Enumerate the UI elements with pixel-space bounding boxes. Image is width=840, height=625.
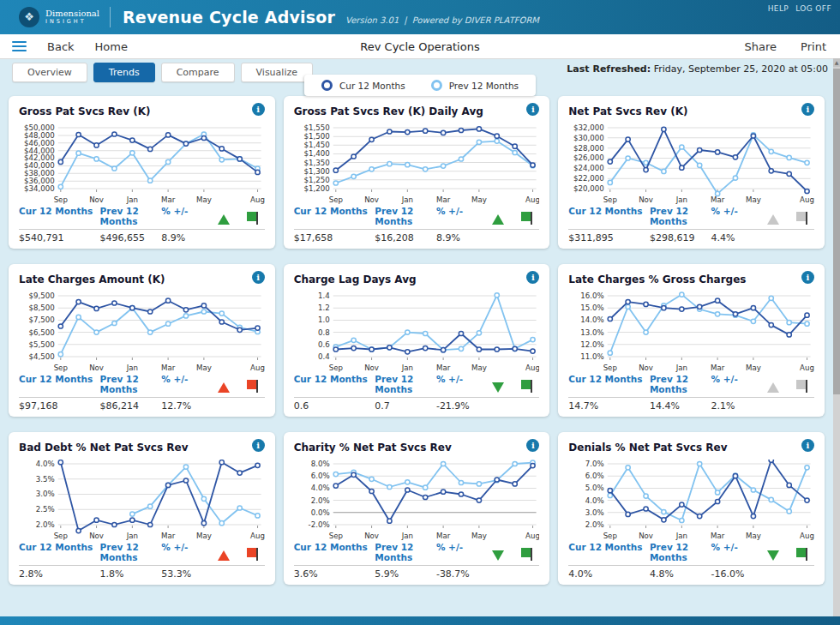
svg-text:May: May — [196, 195, 212, 204]
svg-text:14.0%: 14.0% — [581, 316, 604, 325]
legend-cur-12-months[interactable]: Cur 12 Months — [321, 80, 405, 91]
hamburger-menu-icon[interactable] — [12, 39, 27, 54]
flag-icon — [796, 380, 807, 393]
share-button[interactable]: Share — [745, 40, 777, 53]
svg-text:$24,000: $24,000 — [573, 164, 604, 172]
stats-divider — [294, 397, 540, 398]
trend-chart: $32,000$30,000$28,000$26,000$24,000$22,0… — [568, 123, 814, 206]
svg-text:6.0%: 6.0% — [585, 472, 604, 481]
svg-text:Aug: Aug — [250, 364, 265, 372]
info-icon[interactable]: i — [801, 439, 814, 452]
legend-prev-12-months[interactable]: Prev 12 Months — [431, 80, 519, 91]
info-icon[interactable]: i — [252, 103, 265, 116]
svg-text:2.0%: 2.0% — [585, 520, 604, 529]
svg-text:$32,000: $32,000 — [573, 123, 604, 132]
svg-text:$1,300: $1,300 — [303, 167, 329, 176]
tab-compare[interactable]: Compare — [161, 63, 235, 82]
help-link[interactable]: HELP — [768, 4, 789, 13]
cur-12-months-label: Cur 12 Months — [19, 542, 100, 552]
svg-text:Nov: Nov — [89, 532, 104, 540]
pct-change-value: 12.7% — [161, 400, 210, 412]
stats-divider — [19, 565, 265, 566]
svg-text:Nov: Nov — [89, 195, 104, 204]
svg-text:Jan: Jan — [126, 364, 138, 372]
panel-title: Denials % Net Pat Svcs Rev — [568, 439, 727, 454]
logoff-link[interactable]: LOG OFF — [795, 4, 831, 13]
svg-text:1.2: 1.2 — [318, 303, 330, 312]
trend-chart: 7.0%6.0%5.0%4.0%3.0%2.0%SepNovJanMarMayA… — [568, 460, 814, 542]
scroll-up-icon[interactable]: ▲ — [833, 58, 840, 67]
svg-text:$8,500: $8,500 — [28, 303, 54, 312]
svg-text:0.0%: 0.0% — [310, 508, 329, 517]
svg-text:Nov: Nov — [639, 195, 653, 204]
flag-icon — [247, 212, 258, 225]
pct-change-label: % +/- — [161, 542, 210, 552]
panel-title: Bad Debt % Net Pat Svcs Rev — [19, 439, 189, 454]
tab-overview[interactable]: Overview — [12, 63, 87, 82]
kpi-panel: Charity % Net Pat Svcs Revi8.0%6.0%4.0%2… — [284, 432, 550, 585]
info-icon[interactable]: i — [801, 103, 814, 116]
trend-up-icon — [218, 214, 230, 225]
stats-divider — [19, 229, 265, 230]
info-icon[interactable]: i — [526, 439, 539, 452]
panel-stats: Cur 12 MonthsPrev 12 Months% +/-2.8%1.8%… — [19, 542, 265, 580]
cur-12-months-value: 3.6% — [294, 568, 375, 580]
flag-icon — [796, 548, 807, 561]
info-icon[interactable]: i — [801, 271, 814, 284]
trend-indicators — [492, 547, 532, 561]
info-icon[interactable]: i — [526, 103, 539, 116]
svg-text:May: May — [746, 364, 761, 372]
pct-change-label: % +/- — [161, 206, 210, 216]
kpi-panel: Late Charges % Gross Chargesi16.0%15.0%1… — [558, 264, 825, 417]
svg-text:May: May — [746, 195, 761, 204]
home-button[interactable]: Home — [95, 40, 128, 53]
info-icon[interactable]: i — [526, 271, 539, 284]
dimensional-insight-logo[interactable]: ❖ Dimensional INSIGHT — [19, 7, 99, 27]
info-icon[interactable]: i — [252, 271, 265, 284]
trend-chart: $9,500$8,500$7,500$6,500$5,500$4,500SepN… — [19, 291, 265, 374]
svg-text:Aug: Aug — [250, 195, 265, 204]
panel-title: Charge Lag Days Avg — [294, 271, 417, 285]
prev-12-months-value: $16,208 — [375, 232, 436, 243]
cur-12-months-label: Cur 12 Months — [19, 374, 100, 384]
panel-title: Late Charges % Gross Charges — [568, 271, 746, 285]
info-icon[interactable]: i — [252, 439, 265, 452]
svg-text:May: May — [471, 532, 487, 540]
svg-text:Mar: Mar — [161, 532, 176, 540]
svg-text:Jan: Jan — [675, 195, 687, 204]
svg-text:5.0%: 5.0% — [585, 484, 604, 493]
trend-chart: $50,000$48,000$46,000$44,000$42,000$40,0… — [19, 123, 265, 206]
trend-indicators — [767, 547, 807, 561]
print-button[interactable]: Print — [801, 40, 826, 53]
svg-text:Nov: Nov — [364, 195, 379, 204]
vertical-scrollbar[interactable]: ▲ — [833, 58, 840, 616]
svg-text:Aug: Aug — [800, 364, 814, 372]
svg-text:May: May — [196, 364, 212, 372]
stats-divider — [294, 229, 540, 230]
svg-text:Jan: Jan — [126, 532, 138, 540]
trend-down-icon — [767, 550, 779, 561]
prev-12-months-label: Prev 12 Months — [100, 206, 162, 226]
prev-12-months-value: 1.8% — [100, 568, 162, 580]
svg-text:$1,500: $1,500 — [303, 132, 329, 141]
panel-title: Gross Pat Svcs Rev (K) Daily Avg — [294, 103, 483, 117]
svg-text:16.0%: 16.0% — [581, 291, 604, 300]
kpi-panel: Charge Lag Days Avgi1.41.21.00.80.60.4Se… — [284, 264, 550, 417]
svg-text:$1,350: $1,350 — [303, 159, 329, 167]
cur-12-months-label: Cur 12 Months — [568, 542, 650, 552]
cur-12-months-value: $540,791 — [19, 232, 100, 243]
back-button[interactable]: Back — [47, 40, 75, 53]
trend-up-icon — [218, 550, 230, 561]
cur-12-months-value: 4.0% — [568, 568, 650, 580]
svg-text:4.0%: 4.0% — [310, 484, 329, 493]
svg-text:$1,200: $1,200 — [303, 184, 329, 193]
pct-change-label: % +/- — [161, 374, 210, 384]
trend-chart: 1.41.21.00.80.60.4SepNovJanMarMayAug — [294, 291, 540, 374]
trend-chart: 8.0%6.0%4.0%2.0%0.0%-2.0%SepNovJanMarMay… — [294, 460, 540, 542]
svg-text:1.0: 1.0 — [318, 316, 330, 325]
panel-stats: Cur 12 MonthsPrev 12 Months% +/-$17,658$… — [294, 206, 540, 243]
scrollbar-thumb[interactable] — [833, 69, 840, 394]
tab-trends[interactable]: Trends — [93, 63, 155, 82]
trend-indicators — [218, 547, 258, 561]
tab-visualize[interactable]: Visualize — [241, 63, 313, 82]
